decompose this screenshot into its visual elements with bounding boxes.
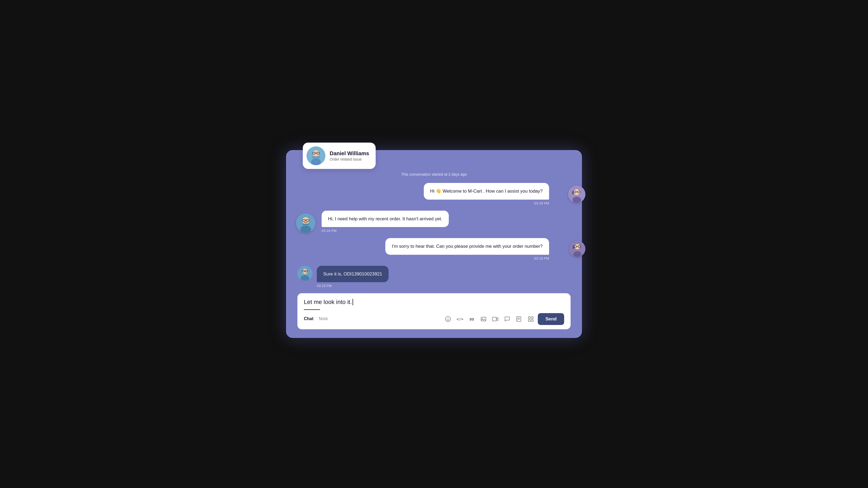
svg-rect-46 [528, 319, 530, 322]
agent-avatar-1 [568, 186, 585, 203]
user-name: Daniel Williams [330, 150, 369, 157]
svg-point-23 [573, 251, 581, 257]
user-avatar-4 [298, 266, 312, 281]
header-card: Daniel Williams Order related issue [303, 143, 376, 169]
text-cursor [352, 299, 353, 305]
svg-point-35 [447, 318, 447, 319]
svg-rect-3 [312, 157, 320, 158]
input-area: Let me look into it. Chat Note [298, 293, 570, 329]
video-icon[interactable] [492, 315, 499, 323]
image-icon[interactable] [480, 315, 487, 323]
chat-container: Daniel Williams Order related issue This… [286, 150, 582, 338]
timestamp-2: 03:19 PM [321, 229, 337, 233]
message-bubble-3: I'm sorry to hear that. Can you please p… [385, 238, 549, 255]
svg-point-1 [313, 150, 319, 157]
toolbar-icons: </> 99 [444, 315, 534, 323]
timestamp-4: 03:19 PM [317, 284, 332, 288]
svg-point-27 [572, 247, 574, 249]
chat-bubble-icon[interactable] [503, 315, 511, 323]
user-avatar-header [307, 146, 326, 165]
svg-rect-37 [481, 317, 486, 321]
toolbar-tabs: Chat Note [304, 316, 328, 322]
counter-99[interactable]: 99 [468, 315, 475, 323]
message-row-1: Hi 👋 Welcome to M-Cart . How can I assis… [298, 183, 570, 205]
emoji-icon[interactable] [444, 315, 452, 323]
timestamp-1: 03:19 PM [534, 201, 549, 205]
input-divider [304, 309, 320, 310]
message-row-4-inner: Sure it is, ODI139010023921 [298, 266, 389, 282]
header-info: Daniel Williams Order related issue [330, 150, 369, 161]
send-button[interactable]: Send [538, 313, 564, 325]
svg-point-8 [574, 189, 580, 195]
code-icon[interactable]: </> [456, 315, 464, 323]
message-row-4: Sure it is, ODI139010023921 03:19 PM [298, 266, 570, 288]
svg-point-36 [448, 318, 449, 319]
message-row-2: Hi, I need help with my recent order. It… [298, 211, 570, 233]
svg-rect-44 [528, 317, 530, 318]
agent-avatar-2 [569, 241, 585, 257]
svg-point-29 [302, 269, 308, 274]
message-bubble-1: Hi 👋 Welcome to M-Cart . How can I assis… [424, 183, 549, 200]
svg-point-34 [445, 317, 451, 322]
user-avatar-2 [296, 213, 315, 233]
svg-rect-39 [492, 317, 496, 321]
timestamp-3: 03:19 PM [534, 256, 549, 261]
tab-note[interactable]: Note [319, 316, 328, 322]
svg-point-22 [575, 244, 580, 249]
input-toolbar: Chat Note </> [304, 313, 564, 325]
svg-rect-17 [303, 224, 309, 225]
svg-rect-47 [531, 319, 533, 322]
conversation-started: This conversation started at 2 days ago [298, 172, 570, 177]
message-row-3: I'm sorry to hear that. Can you please p… [298, 238, 570, 261]
tab-chat[interactable]: Chat [304, 316, 313, 322]
input-text: Let me look into it. [304, 299, 564, 306]
svg-point-13 [572, 193, 574, 194]
message-bubble-2: Hi, I need help with my recent order. It… [321, 211, 449, 227]
svg-point-38 [482, 318, 483, 319]
toolbar-right: </> 99 [444, 313, 564, 325]
messages-area: Hi 👋 Welcome to M-Cart . How can I assis… [298, 183, 570, 288]
book-icon[interactable] [515, 315, 523, 323]
svg-point-9 [572, 197, 581, 203]
message-bubble-4: Sure it is, ODI139010023921 [317, 266, 389, 282]
grid-icon[interactable] [527, 315, 534, 323]
svg-rect-45 [531, 317, 533, 318]
user-issue: Order related issue [330, 157, 369, 161]
